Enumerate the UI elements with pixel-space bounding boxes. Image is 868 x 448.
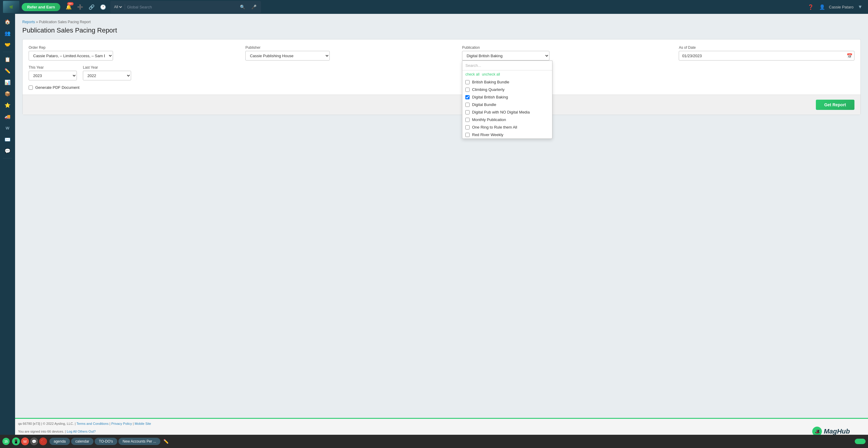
notifications-icon-btn[interactable]: 🔔 99+: [64, 2, 73, 12]
search-scope-select[interactable]: All: [113, 4, 123, 9]
publication-list: British Baking Bundle Climbing Quarterly…: [462, 78, 552, 138]
footer-text-row: qa 66780 [e73] | © 2022 Aysling, LLC. | …: [18, 422, 850, 425]
publisher-select[interactable]: Cassie Publishing House: [245, 51, 330, 61]
breadcrumb-current: Publication Sales Pacing Report: [39, 20, 90, 24]
order-rep-label: Order Rep: [29, 45, 239, 50]
pub-checkbox-monthly-publication[interactable]: [465, 118, 470, 122]
sidebar-item-email[interactable]: ✉️: [1, 134, 13, 145]
sidebar-item-messages[interactable]: 💬: [1, 145, 13, 156]
chat-icon[interactable]: 💬: [30, 438, 38, 439]
pub-label-digital-pub-no-digital-media: Digital Pub with NO Digital Media: [472, 110, 530, 114]
global-search-area: All 🔍 🎤: [110, 1, 261, 13]
asofdate-group: As of Date 📅: [679, 45, 855, 61]
user-dropdown-btn[interactable]: ▼: [855, 2, 865, 12]
calendar-icon[interactable]: 📅: [846, 53, 852, 59]
sidebar-item-reports[interactable]: 📊: [1, 77, 13, 88]
pub-item-red-river-weekly[interactable]: Red River Weekly: [462, 131, 552, 138]
search-submit-icon[interactable]: 🔍: [238, 2, 247, 12]
logo-image: 🌿: [3, 1, 19, 13]
main-content: Reports » Publication Sales Pacing Repor…: [15, 14, 868, 418]
this-year-select[interactable]: 2023 2022 2021 2020: [29, 71, 77, 80]
pub-checkbox-climbing-quarterly[interactable]: [465, 88, 470, 92]
refer-earn-button[interactable]: Refer and Earn: [22, 3, 60, 11]
footer-logout-link[interactable]: Log All Others Out?: [67, 429, 96, 433]
footer-privacy-link[interactable]: Privacy Policy: [111, 422, 132, 425]
sidebar-item-favorites[interactable]: ⭐: [1, 100, 13, 110]
pub-checkbox-digital-pub-no-digital-media[interactable]: [465, 110, 470, 114]
taskbar-toggle[interactable]: [855, 439, 866, 439]
microphone-icon[interactable]: 🎤: [249, 2, 258, 12]
asofdate-label: As of Date: [679, 45, 855, 50]
publication-label: Publication: [462, 45, 673, 50]
calendar-button[interactable]: calendar: [71, 438, 93, 439]
last-year-group: Last Year 2022 2021 2020 2019: [83, 65, 131, 80]
pub-item-one-ring[interactable]: One Ring to Rule them All: [462, 124, 552, 131]
get-report-button[interactable]: Get Report: [816, 100, 855, 110]
pub-item-digital-bundle[interactable]: Digital Bundle: [462, 101, 552, 108]
pub-label-british-baking-bundle: British Baking Bundle: [472, 80, 509, 84]
sidebar-item-orders[interactable]: 📋: [1, 54, 13, 65]
generate-pdf-checkbox[interactable]: [29, 85, 33, 90]
gmail-icon[interactable]: M: [21, 438, 29, 439]
search-divider: [125, 4, 125, 10]
user-avatar-btn[interactable]: 👤: [817, 2, 827, 12]
order-rep-select[interactable]: Cassie Pataro, – Limited Access, – Sam B…: [29, 51, 113, 61]
sidebar-item-products[interactable]: 📦: [1, 88, 13, 99]
pub-item-british-baking-bundle[interactable]: British Baking Bundle: [462, 78, 552, 86]
pub-item-monthly-publication[interactable]: Monthly Publication: [462, 116, 552, 124]
footer-terms-link[interactable]: Terms and Conditions: [76, 422, 108, 425]
pub-checkbox-digital-bundle[interactable]: [465, 103, 470, 107]
sidebar-item-delivery[interactable]: 🚚: [1, 111, 13, 122]
pub-item-climbing-quarterly[interactable]: Climbing Quarterly: [462, 86, 552, 93]
sidebar-item-contacts[interactable]: 👥: [1, 28, 13, 38]
this-year-group: This Year 2023 2022 2021 2020: [29, 65, 77, 80]
publication-dropdown: check all uncheck all British Baking Bun…: [462, 61, 553, 139]
pub-label-monthly-publication: Monthly Publication: [472, 117, 506, 122]
sidebar-item-editorial[interactable]: ✏️: [1, 65, 13, 76]
pub-checkbox-british-baking-bundle[interactable]: [465, 80, 470, 84]
maghub-text: MagHub: [824, 427, 850, 435]
form-row-1: Order Rep Cassie Pataro, – Limited Acces…: [29, 45, 855, 61]
footer-signed-in-row: You are signed into 66 devices. | Log Al…: [18, 429, 96, 433]
taskbar-badge[interactable]: 15: [2, 438, 10, 439]
form-row-2: This Year 2023 2022 2021 2020 Last Year …: [29, 65, 855, 80]
publication-select[interactable]: Digital British Baking: [462, 51, 550, 61]
pub-label-climbing-quarterly: Climbing Quarterly: [472, 87, 504, 92]
footer-mobile-link[interactable]: Mobile Site: [135, 422, 151, 425]
clock-icon-btn[interactable]: 🕐: [98, 2, 108, 12]
app-logo: 🌿: [3, 1, 19, 13]
last-year-select[interactable]: 2022 2021 2020 2019: [83, 71, 131, 80]
breadcrumb-reports-link[interactable]: Reports: [22, 20, 35, 24]
whatsapp-icon[interactable]: 📱: [12, 438, 20, 439]
new-accounts-button[interactable]: New Accounts Per ...: [119, 438, 160, 439]
sidebar-item-deals[interactable]: 🤝: [1, 39, 13, 50]
report-form-card: Order Rep Cassie Pataro, – Limited Acces…: [22, 39, 861, 115]
global-search-input[interactable]: [127, 5, 236, 9]
pub-label-red-river-weekly: Red River Weekly: [472, 133, 503, 137]
asofdate-input[interactable]: [679, 51, 855, 61]
pub-item-digital-british-baking[interactable]: Digital British Baking: [462, 93, 552, 101]
help-icon-btn[interactable]: ❓: [806, 2, 815, 12]
uncheck-all-link[interactable]: uncheck all: [482, 72, 500, 76]
taskbar-edit-icon[interactable]: ✏️: [161, 437, 170, 439]
sidebar-item-home[interactable]: 🏠: [1, 16, 13, 27]
pub-label-digital-british-baking: Digital British Baking: [472, 95, 508, 99]
stop-icon[interactable]: 🚫: [39, 438, 47, 439]
taskbar-right: [855, 439, 866, 439]
pub-links-row: check all uncheck all: [462, 70, 552, 78]
pub-item-digital-pub-no-digital-media[interactable]: Digital Pub with NO Digital Media: [462, 108, 552, 116]
pub-search-input[interactable]: [462, 61, 552, 70]
breadcrumb: Reports » Publication Sales Pacing Repor…: [22, 20, 861, 24]
sidebar-divider-1: [3, 52, 12, 52]
todo-button[interactable]: TO-DO's: [95, 438, 117, 439]
top-navigation: 🌿 Refer and Earn 🔔 99+ ➕ 🔗 🕐 All 🔍 🎤 ❓ 👤…: [0, 0, 868, 14]
pub-checkbox-one-ring[interactable]: [465, 125, 470, 130]
pub-checkbox-digital-british-baking[interactable]: [465, 95, 470, 99]
check-all-link[interactable]: check all: [465, 72, 479, 76]
sidebar-item-word[interactable]: W: [1, 123, 13, 133]
taskbar: 15 📱 M 💬 🚫 agenda calendar TO-DO's New A…: [0, 435, 868, 439]
add-icon-btn[interactable]: ➕: [75, 2, 85, 12]
agenda-button[interactable]: agenda: [50, 438, 70, 439]
link-icon-btn[interactable]: 🔗: [87, 2, 96, 12]
pub-checkbox-red-river-weekly[interactable]: [465, 133, 470, 137]
